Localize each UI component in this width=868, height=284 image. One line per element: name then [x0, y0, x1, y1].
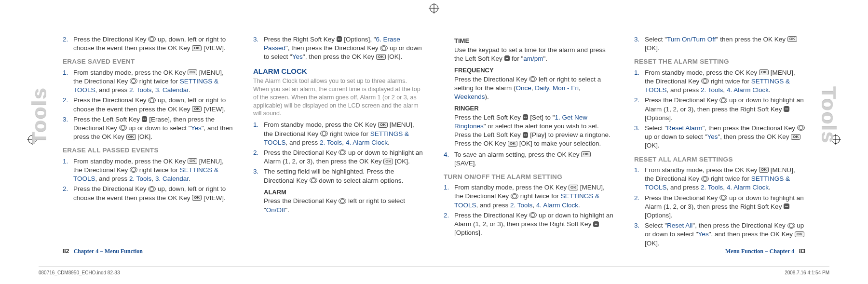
section-title: ALARM CLOCK	[253, 67, 424, 76]
inline-blue-text: 2. Tools	[701, 184, 723, 191]
step-text: Press the Directional Key up, down, left…	[73, 35, 234, 53]
step-number: 2.	[634, 96, 641, 122]
soft-key-icon: ••	[523, 132, 529, 138]
column-2: 3.Press the Right Soft Key •• [Options],…	[253, 34, 424, 249]
step-number: 3.	[253, 35, 260, 62]
soft-key-icon: ••	[593, 221, 599, 227]
step-text: Press the Directional Key up, down, left…	[73, 185, 234, 202]
step-item: 2.Press the Directional Key up, down, le…	[63, 185, 234, 202]
directional-key-icon	[529, 212, 537, 218]
chapter-title-left: Chapter 4 − Menu Function	[74, 248, 143, 255]
inline-blue-text: 2. Tools	[129, 86, 151, 94]
inline-blue-text: 4. Alarm Clock	[727, 184, 769, 191]
print-metadata-line: 080716_CDM8950_ECHO.indd 82-83 2008.7.16…	[39, 267, 829, 275]
subheading: RESET THE ALARM SETTING	[634, 57, 805, 66]
field-text: Press the Directional Key left or right …	[454, 75, 615, 102]
ok-key-icon: OK	[508, 141, 517, 147]
directional-key-icon	[380, 45, 388, 51]
directional-key-icon	[719, 195, 727, 201]
step-item: 2.Press the Directional Key up or down t…	[634, 96, 805, 122]
print-timestamp: 2008.7.16 4:1:54 PM	[785, 270, 829, 275]
inline-blue-text: 4. Alarm Clock	[346, 139, 388, 146]
field-label: ALARM	[264, 188, 424, 197]
chapter-title-right: Menu Function − Chapter 4	[725, 248, 794, 255]
step-number: 3.	[63, 115, 69, 142]
directional-key-icon	[701, 176, 709, 182]
registration-mark-icon	[430, 4, 438, 13]
step-text: From standby mode, press the OK Key OK […	[264, 121, 424, 147]
step-text: From standby mode, press the OK Key OK […	[73, 157, 234, 184]
ok-key-icon: OK	[787, 36, 797, 42]
ok-key-icon: OK	[378, 122, 388, 128]
directional-key-icon	[148, 186, 156, 192]
field-label: FREQUENCY	[454, 66, 615, 75]
section-intro: The Alarm Clock tool allows you to set u…	[253, 77, 424, 118]
step-number: 2.	[63, 185, 69, 202]
inline-blue-text: Yes	[292, 53, 303, 60]
directional-key-icon	[148, 36, 156, 42]
directional-key-icon	[130, 78, 137, 84]
page-number-right: 83	[799, 248, 805, 255]
step-number: 1.	[444, 183, 450, 210]
field-label: RINGER	[454, 104, 615, 113]
directional-key-icon	[701, 78, 709, 84]
soft-key-icon: ••	[142, 116, 148, 122]
step-number: 1.	[63, 68, 69, 95]
step-item: 1.From standby mode, press the OK Key OK…	[634, 166, 805, 192]
step-number: 1.	[63, 157, 69, 184]
step-item: 3.Press the Right Soft Key •• [Options],…	[253, 35, 424, 62]
inline-blue-text: am/pm	[523, 55, 543, 62]
soft-key-icon: ••	[337, 36, 342, 42]
field-label: TIME	[454, 37, 615, 45]
step-text: From standby mode, press the OK Key OK […	[454, 183, 615, 210]
step-text: Press the Directional Key up or down to …	[645, 96, 805, 122]
step-number: 1.	[634, 68, 641, 95]
step-number: 2.	[253, 149, 260, 166]
step-item: 3.The setting field will be highlighted.…	[253, 167, 424, 185]
step-text: Press the Directional Key up or down to …	[454, 211, 615, 238]
step-text: Press the Directional Key up or down to …	[264, 149, 424, 166]
ok-key-icon: OK	[192, 195, 202, 201]
inline-blue-text: Weekends	[454, 93, 485, 100]
source-file-name: 080716_CDM8950_ECHO.indd 82-83	[39, 270, 120, 275]
directional-key-icon	[787, 223, 795, 229]
step-text: Press the Right Soft Key •• [Options], "…	[264, 35, 424, 62]
step-number: 3.	[634, 221, 641, 248]
subheading: RESET ALL ALARM SETTINGS	[634, 155, 805, 164]
ok-key-icon: OK	[795, 231, 804, 237]
field-text: Use the keypad to set a time for the ala…	[454, 46, 615, 63]
inline-blue-text: 2. Tools	[129, 175, 151, 182]
directional-key-icon	[339, 149, 346, 155]
soft-key-icon: ••	[504, 55, 510, 61]
step-text: Press the Left Soft Key •• [Erase], then…	[73, 115, 234, 142]
subheading: ERASE SAVED EVENT	[63, 57, 234, 66]
soft-key-icon: ••	[784, 106, 789, 112]
step-text: The setting field will be highlighted. P…	[264, 167, 424, 185]
step-text: To save an alarm setting, press the OK K…	[454, 150, 615, 168]
step-item: 1.From standby mode, press the OK Key OK…	[634, 68, 805, 95]
inline-blue-text: On/Off	[266, 206, 285, 214]
inline-blue-text: 4. Alarm Clock	[536, 202, 578, 209]
step-number: 1.	[634, 166, 641, 192]
ok-key-icon: OK	[759, 69, 769, 75]
footer-left: 82 Chapter 4 − Menu Function	[63, 248, 146, 255]
ok-key-icon: OK	[192, 45, 202, 51]
inline-blue-text: 3. Calendar	[155, 175, 189, 182]
inline-blue-text: Daily	[535, 84, 549, 92]
step-text: Select "Reset Alarm", then press the Dir…	[645, 124, 805, 150]
subheading: ERASE ALL PASSED EVENTS	[63, 146, 234, 155]
step-number: 2.	[444, 211, 450, 238]
step-number: 4.	[444, 150, 450, 168]
directional-key-icon	[148, 97, 156, 103]
step-number: 2.	[63, 96, 69, 113]
step-item: 1.From standby mode, press the OK Key OK…	[63, 68, 234, 95]
ok-key-icon: OK	[188, 69, 197, 75]
directional-key-icon	[339, 198, 346, 204]
directional-key-icon	[719, 97, 727, 103]
inline-blue-text: 4. Alarm Clock	[727, 86, 769, 94]
directional-key-icon	[511, 193, 518, 199]
step-item: 1.From standby mode, press the OK Key OK…	[444, 183, 615, 210]
side-tab-left: Tools	[28, 87, 51, 144]
step-number: 2.	[63, 35, 69, 53]
step-number: 3.	[253, 167, 260, 185]
